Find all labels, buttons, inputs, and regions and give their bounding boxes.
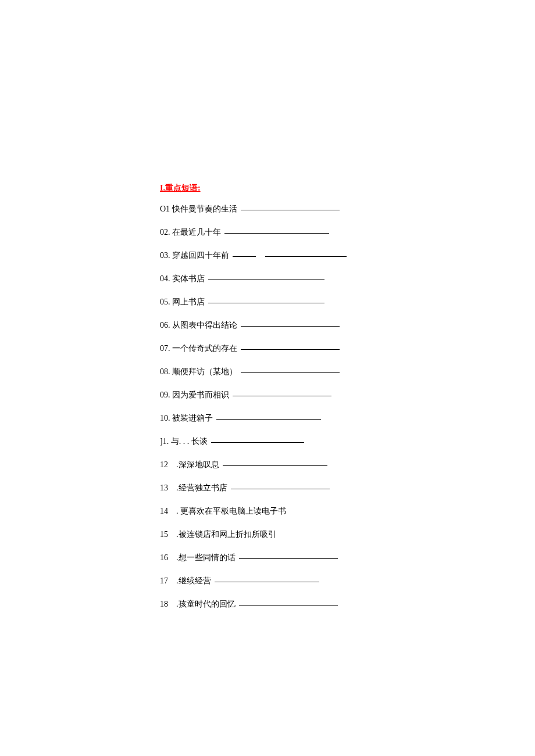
item-number: 13 (160, 483, 168, 493)
item-number: 16 (160, 553, 168, 562)
items-list: O1 快件曼节奏的生活02. 在最近几十年03. 穿越回四十年前04. 实体书店… (160, 204, 375, 610)
list-item: 17.继续经营 (160, 576, 375, 586)
item-text: .深深地叹息 (176, 460, 219, 469)
blank-line (216, 419, 321, 420)
item-label: 12.深深地叹息 (160, 460, 219, 470)
list-item: 09. 因为爱书而相识 (160, 390, 375, 400)
blank-line (224, 233, 329, 234)
list-item: ]1. 与. . . 长谈 (160, 436, 375, 447)
list-item: 15.被连锁店和网上折扣所吸引 (160, 529, 375, 540)
item-label: 18.孩童时代的回忆 (160, 599, 236, 610)
item-text: .经营独立书店 (176, 483, 227, 492)
item-number: 12 (160, 460, 168, 470)
list-item: O1 快件曼节奏的生活 (160, 204, 375, 214)
blank-line (223, 465, 327, 466)
item-label: 07. 一个传奇式的存在 (160, 343, 237, 354)
item-label: 09. 因为爱书而相识 (160, 390, 229, 400)
blank-line (233, 396, 331, 396)
item-text: .想一些同情的话 (176, 553, 236, 562)
item-label: 17.继续经营 (160, 576, 211, 586)
blank-line (239, 558, 338, 559)
list-item: 05. 网上书店 (160, 297, 375, 307)
item-label: 02. 在最近几十年 (160, 227, 221, 238)
blank-line (208, 280, 324, 280)
blank-line (241, 210, 340, 210)
item-label: ]1. 与. . . 长谈 (160, 436, 208, 447)
item-label: 03. 穿越回四十年前 (160, 250, 229, 261)
blank-line (215, 582, 319, 582)
item-text: .被连锁店和网上折扣所吸引 (176, 530, 276, 539)
list-item: 18.孩童时代的回忆 (160, 599, 375, 610)
blank-line (241, 372, 340, 373)
item-number: 18 (160, 600, 168, 609)
list-item: 03. 穿越回四十年前 (160, 250, 375, 261)
list-item: 14. 更喜欢在平板电脑上读电子书 (160, 506, 375, 517)
blank-line (208, 303, 324, 303)
blank-line (241, 349, 340, 350)
list-item: 07. 一个传奇式的存在 (160, 343, 375, 354)
item-text: .孩童时代的回忆 (176, 600, 236, 608)
item-label: 04. 实体书店 (160, 274, 205, 284)
item-label: O1 快件曼节奏的生活 (160, 204, 237, 214)
section-heading: I.重点短语: (160, 183, 375, 194)
item-label: 15.被连锁店和网上折扣所吸引 (160, 529, 276, 540)
item-label: 06. 从图表中得出结论 (160, 320, 237, 331)
item-label: 16.想一些同情的话 (160, 553, 236, 563)
blank-line (231, 489, 330, 489)
item-label: 10. 被装进箱子 (160, 413, 213, 424)
list-item: 08. 顺便拜访（某地） (160, 367, 375, 377)
list-item: 13.经营独立书店 (160, 483, 375, 493)
item-number: 14 (160, 507, 168, 516)
item-number: 15 (160, 530, 168, 539)
blank-line (233, 256, 256, 257)
item-label: 05. 网上书店 (160, 297, 205, 307)
item-label: 13.经营独立书店 (160, 483, 227, 493)
blank-line (241, 326, 340, 327)
list-item: 12.深深地叹息 (160, 460, 375, 470)
item-text: . 更喜欢在平板电脑上读电子书 (176, 507, 286, 515)
blank-line (239, 605, 338, 605)
list-item: 04. 实体书店 (160, 274, 375, 284)
blank-line (211, 442, 304, 443)
list-item: 06. 从图表中得出结论 (160, 320, 375, 331)
item-number: 17 (160, 576, 168, 586)
item-text: .继续经营 (176, 576, 211, 585)
list-item: 10. 被装进箱子 (160, 413, 375, 424)
item-label: 08. 顺便拜访（某地） (160, 367, 237, 377)
blank-line (265, 256, 347, 257)
list-item: 16.想一些同情的话 (160, 553, 375, 563)
item-label: 14. 更喜欢在平板电脑上读电子书 (160, 506, 286, 517)
list-item: 02. 在最近几十年 (160, 227, 375, 238)
